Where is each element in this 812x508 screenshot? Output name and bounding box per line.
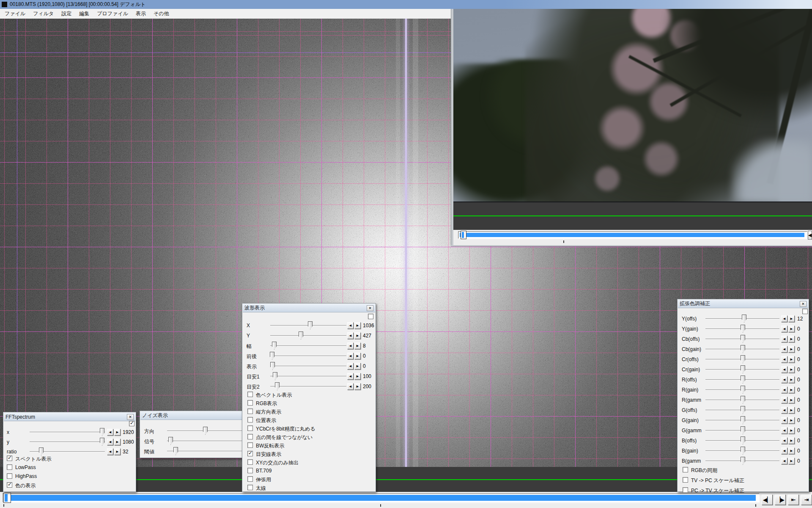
checkbox[interactable] — [247, 434, 253, 439]
slider-thumb[interactable] — [741, 375, 745, 384]
spin-down-icon[interactable]: ◀ — [781, 427, 787, 434]
filter-enable-checkbox[interactable] — [368, 314, 373, 319]
spin-down-icon[interactable]: ◀ — [781, 447, 787, 454]
video-frame[interactable] — [453, 0, 812, 202]
spin-up-icon[interactable]: ▶ — [788, 387, 795, 393]
spin-up-icon[interactable]: ▶ — [114, 439, 121, 445]
slider-thumb[interactable] — [741, 355, 745, 363]
spin-up-icon[interactable]: ▶ — [114, 429, 121, 436]
slider-thumb[interactable] — [741, 416, 745, 424]
slider-groove[interactable] — [30, 442, 105, 442]
slider-thumb[interactable] — [270, 352, 274, 360]
menu-5[interactable]: プロファイル — [93, 9, 132, 19]
close-icon[interactable]: ✕ — [367, 305, 373, 311]
slider-groove[interactable] — [270, 345, 346, 346]
checkbox[interactable] — [683, 467, 688, 472]
slider-thumb[interactable] — [741, 365, 745, 373]
spin-up-icon[interactable]: ▶ — [788, 437, 795, 444]
slider-groove[interactable] — [30, 432, 105, 433]
checkbox[interactable] — [247, 425, 253, 431]
spin-up-icon[interactable]: ▶ — [354, 342, 361, 349]
slider-thumb[interactable] — [299, 331, 303, 340]
slider-groove[interactable] — [270, 366, 346, 367]
filter-enable-checkbox[interactable] — [802, 309, 808, 314]
spin-down-icon[interactable]: ◀ — [781, 336, 787, 342]
filter-enable-checkbox[interactable] — [129, 421, 134, 426]
slider-thumb[interactable] — [742, 315, 746, 323]
slider-thumb[interactable] — [275, 382, 280, 390]
menu-2[interactable]: フィルタ — [29, 9, 58, 19]
step-forward-button[interactable]: ▕▶ — [775, 494, 786, 505]
spin-up-icon[interactable]: ▶ — [788, 447, 795, 454]
checkbox[interactable] — [247, 459, 253, 465]
spin-up-icon[interactable]: ▶ — [114, 448, 121, 455]
step-back-button[interactable]: ◀▏ — [762, 494, 773, 505]
spin-down-icon[interactable]: ◀ — [107, 448, 113, 455]
panel-title-bar[interactable]: 波形表示✕ — [243, 304, 375, 312]
spin-up-icon[interactable]: ▶ — [354, 363, 361, 370]
spin-down-icon[interactable]: ◀ — [781, 346, 787, 353]
slider-thumb[interactable] — [272, 342, 277, 350]
title-bar[interactable]: 00180.MTS (1920,1080) [13/1668] [00:00:0… — [0, 0, 812, 9]
spin-down-icon[interactable]: ◀ — [347, 383, 354, 390]
checkbox[interactable] — [247, 417, 253, 422]
menu-1[interactable]: ファイル — [1, 9, 29, 19]
close-icon[interactable]: ✕ — [800, 301, 807, 307]
spin-up-icon[interactable]: ▶ — [788, 346, 795, 353]
spin-up-icon[interactable]: ▶ — [354, 383, 361, 390]
spin-down-icon[interactable]: ◀ — [347, 342, 354, 349]
main-seekbar[interactable] — [3, 493, 760, 502]
slider-groove[interactable] — [270, 376, 346, 377]
checkbox[interactable] — [7, 456, 12, 461]
slider-thumb[interactable] — [203, 427, 208, 435]
spin-down-icon[interactable]: ◀ — [781, 326, 787, 332]
spin-down-icon[interactable]: ◀ — [781, 397, 787, 403]
video-seekbar[interactable] — [458, 231, 807, 239]
spin-up-icon[interactable]: ▶ — [788, 427, 795, 434]
checkbox[interactable] — [7, 473, 12, 479]
spin-down-icon[interactable]: ◀ — [781, 315, 787, 322]
slider-groove[interactable] — [270, 335, 346, 336]
spin-down-icon[interactable]: ◀ — [781, 366, 787, 373]
checkbox[interactable] — [683, 477, 688, 483]
spin-up-icon[interactable]: ▶ — [788, 366, 795, 373]
slider-thumb[interactable] — [741, 325, 745, 333]
spin-down-icon[interactable]: ◀ — [347, 373, 354, 380]
video-seekbar-thumb[interactable] — [461, 231, 466, 239]
spin-down-icon[interactable]: ◀ — [781, 407, 787, 414]
checkbox[interactable] — [247, 400, 253, 406]
slider-thumb[interactable] — [308, 321, 313, 329]
checkbox[interactable] — [247, 392, 253, 397]
spin-up-icon[interactable]: ▶ — [788, 336, 795, 342]
spin-up-icon[interactable]: ▶ — [354, 322, 361, 329]
panel-title-bar[interactable]: 拡張色調補正✕ — [678, 300, 808, 308]
checkbox[interactable] — [7, 482, 12, 488]
jump-end-button[interactable]: ⇥ — [801, 494, 812, 505]
checkbox[interactable] — [247, 485, 253, 490]
close-icon[interactable]: ✕ — [127, 414, 134, 420]
slider-thumb[interactable] — [168, 437, 173, 445]
checkbox[interactable] — [247, 442, 253, 448]
spin-down-icon[interactable]: ◀ — [347, 332, 354, 339]
spin-up-icon[interactable]: ▶ — [788, 356, 795, 363]
spin-down-icon[interactable]: ◀ — [781, 356, 787, 363]
spin-up-icon[interactable]: ▶ — [354, 353, 361, 359]
video-step-back-button[interactable]: ◀ — [808, 231, 812, 240]
spin-up-icon[interactable]: ▶ — [788, 376, 795, 383]
checkbox[interactable] — [683, 487, 688, 493]
spin-up-icon[interactable]: ▶ — [788, 315, 795, 322]
checkbox[interactable] — [247, 451, 253, 456]
slider-thumb[interactable] — [741, 335, 745, 343]
spin-down-icon[interactable]: ◀ — [781, 387, 787, 393]
slider-thumb[interactable] — [741, 426, 745, 434]
menu-6[interactable]: 表示 — [132, 9, 150, 19]
slider-groove[interactable] — [270, 356, 346, 356]
spin-up-icon[interactable]: ▶ — [788, 458, 795, 464]
slider-thumb[interactable] — [100, 438, 104, 446]
spin-down-icon[interactable]: ◀ — [781, 376, 787, 383]
spin-down-icon[interactable]: ◀ — [781, 437, 787, 444]
spin-down-icon[interactable]: ◀ — [107, 439, 113, 445]
spin-down-icon[interactable]: ◀ — [347, 322, 354, 329]
spin-up-icon[interactable]: ▶ — [788, 407, 795, 414]
slider-thumb[interactable] — [741, 386, 745, 394]
